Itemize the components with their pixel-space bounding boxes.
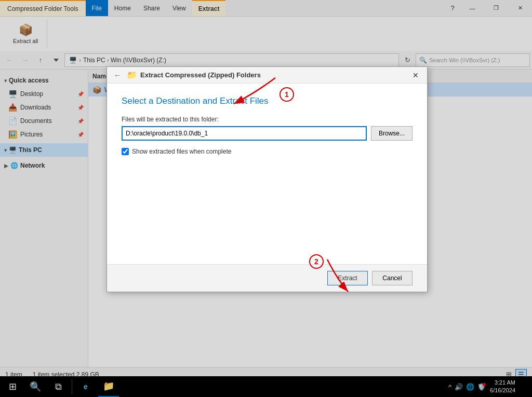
dialog-folder-label: Files will be extracted to this folder: — [122, 116, 413, 123]
window-controls: ? — ❐ ✕ — [445, 0, 532, 17]
maximize-button[interactable]: ❐ — [484, 0, 508, 17]
show-extracted-checkbox[interactable] — [122, 148, 129, 155]
chevron-icon: ▾ — [4, 78, 7, 84]
dialog-heading: Select a Destination and Extract Files — [122, 96, 413, 106]
extract-icon: 📦 — [19, 23, 33, 37]
tray-show-hidden[interactable]: ^ — [448, 383, 451, 391]
downloads-icon: 📥 — [8, 103, 17, 112]
refresh-button[interactable]: ↻ — [400, 53, 415, 67]
pin-icon: 📌 — [77, 91, 84, 97]
network-icon: 🌐 — [10, 162, 18, 169]
extract-button[interactable]: Extract — [327, 271, 368, 285]
pictures-icon: 🖼️ — [8, 130, 17, 139]
search-box[interactable]: 🔍 Search Win (\\VBoxSvr) (Z:) — [416, 53, 530, 67]
extract-path-input[interactable] — [122, 126, 367, 141]
sidebar-item-downloads[interactable]: 📥 Downloads 📌 — [0, 101, 88, 114]
dialog-checkbox-row: Show extracted files when complete — [122, 148, 413, 155]
recent-locations-button[interactable] — [49, 53, 63, 67]
network-header[interactable]: ▶ 🌐 Network — [0, 159, 88, 172]
file-menu-btn[interactable]: File — [86, 0, 108, 16]
ribbon: 📦 Extract all — [0, 17, 532, 51]
quick-access-label: Quick access — [9, 77, 49, 84]
this-pc-icon: 🖥️ — [9, 146, 17, 154]
back-button[interactable]: ← — [2, 53, 17, 67]
quick-access-header[interactable]: ▾ Quick access — [0, 74, 88, 87]
close-button[interactable]: ✕ — [508, 0, 532, 17]
up-button[interactable]: ↑ — [33, 53, 48, 67]
tray-network[interactable]: 🌐 — [466, 383, 474, 391]
sidebar-item-pictures[interactable]: 🖼️ Pictures 📌 — [0, 128, 88, 141]
address-path[interactable]: 🖥️ › This PC › Win (\\VBoxSvr) (Z:) — [64, 53, 399, 67]
tray-security[interactable]: 🛡️ — [477, 383, 486, 391]
dialog-body: Select a Destination and Extract Files F… — [107, 84, 427, 264]
security-alert-dot — [483, 383, 486, 386]
dialog-spacer — [122, 162, 413, 256]
edge-button[interactable]: e — [75, 376, 96, 397]
ribbon-group-extract: 📦 Extract all — [4, 19, 47, 48]
tab-view[interactable]: View — [166, 0, 192, 16]
tray-volume[interactable]: 🔊 — [455, 383, 463, 391]
tab-share[interactable]: Share — [137, 0, 166, 16]
desktop-icon: 🖥️ — [8, 90, 17, 98]
dialog-title: Extract Compressed (Zipped) Folders — [140, 71, 261, 79]
extract-all-button[interactable]: 📦 Extract all — [8, 21, 43, 47]
dialog-path-row: Browse... — [122, 126, 413, 141]
forward-button[interactable]: → — [18, 53, 32, 67]
dialog-folder-icon: 📁 — [127, 70, 137, 80]
task-view-button[interactable]: ⧉ — [48, 376, 69, 397]
tab-home[interactable]: Home — [108, 0, 137, 16]
this-pc-header[interactable]: ▾ 🖥️ This PC — [0, 143, 88, 157]
dialog-titlebar: ← 📁 Extract Compressed (Zipped) Folders … — [107, 67, 427, 84]
titlebar: Compressed Folder Tools File Home Share … — [0, 0, 532, 17]
explorer-button[interactable]: 📁 — [98, 376, 119, 397]
sidebar: ▾ Quick access 🖥️ Desktop 📌 📥 Downloads … — [0, 70, 88, 367]
show-desktop-button[interactable] — [520, 376, 527, 397]
tab-compressed-folder-tools[interactable]: Compressed Folder Tools — [0, 0, 86, 16]
search-icon: 🔍 — [419, 57, 427, 64]
taskbar: ⊞ 🔍 ⧉ e 📁 ^ 🔊 🌐 🛡️ 3:21 AM 6/16/2024 — [0, 376, 532, 397]
chevron-icon-net: ▶ — [4, 163, 8, 169]
taskbar-separator — [72, 379, 72, 394]
browse-button[interactable]: Browse... — [371, 126, 413, 141]
search-button[interactable]: 🔍 — [25, 376, 46, 397]
pin-icon-dl: 📌 — [77, 105, 84, 111]
dialog-footer: Extract Cancel — [107, 264, 427, 292]
zip-file-icon: 📦 — [92, 86, 101, 94]
extract-dialog: ← 📁 Extract Compressed (Zipped) Folders … — [107, 66, 428, 292]
pin-icon-doc: 📌 — [77, 118, 84, 124]
tray-icons: ^ 🔊 🌐 🛡️ — [448, 383, 486, 391]
tab-extract[interactable]: Extract — [192, 0, 226, 16]
minimize-button[interactable]: — — [460, 0, 484, 17]
sidebar-item-desktop[interactable]: 🖥️ Desktop 📌 — [0, 87, 88, 101]
documents-icon: 📄 — [8, 117, 17, 125]
dialog-close-button[interactable]: ✕ — [408, 68, 423, 83]
cancel-button[interactable]: Cancel — [372, 271, 413, 285]
chevron-icon-pc: ▾ — [4, 147, 7, 153]
sidebar-item-documents[interactable]: 📄 Documents 📌 — [0, 114, 88, 128]
taskbar-right: ^ 🔊 🌐 🛡️ 3:21 AM 6/16/2024 — [448, 376, 530, 397]
pin-icon-pic: 📌 — [77, 132, 84, 138]
checkbox-label: Show extracted files when complete — [132, 148, 231, 155]
start-button[interactable]: ⊞ — [2, 376, 23, 397]
dialog-back-button[interactable]: ← — [111, 69, 124, 81]
help-button[interactable]: ? — [445, 0, 460, 17]
clock[interactable]: 3:21 AM 6/16/2024 — [490, 379, 515, 395]
